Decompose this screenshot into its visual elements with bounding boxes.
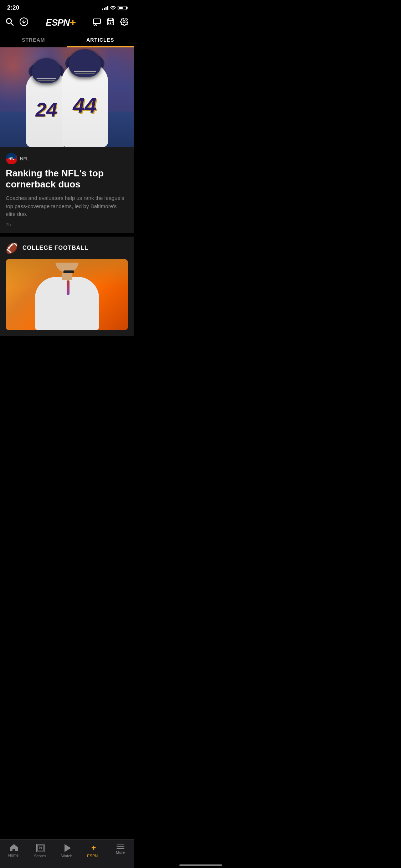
download-icon[interactable] <box>19 17 29 28</box>
svg-line-1 <box>11 23 13 25</box>
article-description: Coaches and evaluators help us rank the … <box>6 194 128 218</box>
section-separator <box>0 233 134 237</box>
settings-icon[interactable] <box>120 18 128 27</box>
nfl-shield-icon: NFL <box>6 153 17 164</box>
article-content[interactable]: NFL NFL Ranking the NFL's top cornerback… <box>0 147 134 233</box>
schedule-icon[interactable] <box>107 18 114 27</box>
app-header: ESPN + <box>0 14 134 33</box>
svg-text:NFL: NFL <box>9 157 15 160</box>
signal-icon <box>102 6 108 10</box>
svg-rect-4 <box>93 19 101 24</box>
header-right <box>93 18 128 27</box>
article-league-tag: NFL NFL <box>6 153 128 164</box>
status-time: 2:20 <box>7 4 19 11</box>
tab-bar: STREAM ARTICLES <box>0 33 134 47</box>
article-time: 7h <box>6 222 128 227</box>
sport-section-title: COLLEGE FOOTBALL <box>22 245 88 251</box>
battery-icon <box>118 6 127 10</box>
college-football-section: 🏈 COLLEGE FOOTBALL A <box>0 237 134 336</box>
espn-logo: ESPN + <box>46 16 76 29</box>
status-bar: 2:20 <box>0 0 134 14</box>
wifi-icon <box>110 5 116 11</box>
league-label: NFL <box>20 156 29 161</box>
header-left <box>6 17 29 28</box>
tab-stream[interactable]: STREAM <box>0 33 67 47</box>
status-icons <box>102 5 127 11</box>
tab-articles[interactable]: ARTICLES <box>67 33 134 47</box>
college-football-image[interactable]: A <box>6 259 128 330</box>
article-title: Ranking the NFL's top cornerback duos <box>6 168 128 190</box>
svg-point-0 <box>6 19 11 24</box>
sport-section-header: 🏈 COLLEGE FOOTBALL <box>6 242 128 254</box>
football-icon: 🏈 <box>6 242 18 254</box>
search-icon[interactable] <box>6 18 14 27</box>
cast-icon[interactable] <box>93 18 101 27</box>
hero-image[interactable]: 24 RAVENS 44 RAVENS <box>0 47 134 147</box>
svg-point-15 <box>123 21 125 23</box>
